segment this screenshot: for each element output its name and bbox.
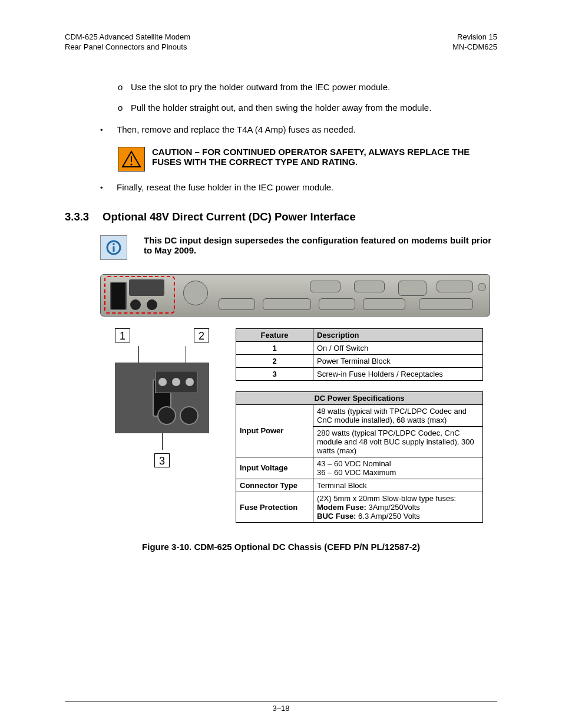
- desc-cell: Screw-in Fuse Holders / Receptacles: [313, 367, 483, 380]
- section-title: Optional 48V Direct Current (DC) Power I…: [103, 210, 356, 223]
- info-note-text: This DC input design supersedes the conf…: [144, 235, 497, 255]
- spec-value-cell: 48 watts (typical with TPC/LDPC Codec an…: [313, 404, 483, 426]
- table-row: Input Voltage 43 – 60 VDC Nominal 36 – 6…: [236, 457, 483, 479]
- bullet-list: • Then, remove and replace the T4A (4 Am…: [100, 124, 497, 136]
- leader-line: [186, 346, 186, 363]
- bullet-list: • Finally, reseat the fuse holder in the…: [100, 182, 497, 194]
- spec-value-cell: 280 watts (typical TPC/LDPC Codec, CnC m…: [313, 426, 483, 457]
- info-note-block: This DC input design supersedes the conf…: [100, 235, 497, 260]
- connector: [183, 281, 208, 305]
- svg-point-5: [113, 243, 115, 245]
- circle-bullet-marker: o: [118, 82, 131, 92]
- leader-line: [138, 346, 139, 363]
- figure-with-tables: 1 2 3: [100, 328, 497, 533]
- desc-cell: On / Off Switch: [313, 341, 483, 354]
- connector: [263, 298, 311, 310]
- page-footer: 3–18: [65, 701, 497, 713]
- table-row: 2 Power Terminal Block: [236, 354, 483, 367]
- connector: [398, 281, 427, 296]
- leader-line: [162, 433, 163, 450]
- connector: [319, 298, 355, 310]
- spec-value-cell: (2X) 5mm x 20mm Slow-blow type fuses: Mo…: [313, 492, 483, 522]
- header-product: CDM-625 Advanced Satellite Modem: [65, 32, 190, 42]
- spec-label-cell: Connector Type: [236, 479, 313, 492]
- figure-caption: Figure 3-10. CDM-625 Optional DC Chassis…: [65, 542, 497, 552]
- feature-cell: 2: [236, 354, 313, 367]
- header-docnum: MN-CDM625: [452, 42, 497, 52]
- caution-block: CAUTION – FOR CONTINUED OPERATOR SAFETY,…: [118, 147, 497, 172]
- fuse-holder: [157, 406, 176, 425]
- spec-value-cell: Terminal Block: [313, 479, 483, 492]
- callout-box-2: 2: [194, 328, 209, 342]
- fuse-holder: [180, 406, 199, 425]
- callout-box-3: 3: [154, 453, 170, 467]
- bullet-text: Finally, reseat the fuse holder in the I…: [117, 182, 333, 194]
- header-subtitle: Rear Panel Connectors and Pinouts: [65, 42, 190, 52]
- circle-bullet-marker: o: [118, 103, 131, 113]
- description-header: Description: [313, 328, 483, 341]
- feature-cell: 3: [236, 367, 313, 380]
- spec-value-cell: 43 – 60 VDC Nominal 36 – 60 VDC Maximum: [313, 457, 483, 479]
- spec-table: DC Power Specifications Input Power 48 w…: [236, 391, 483, 523]
- table-row: Connector Type Terminal Block: [236, 479, 483, 492]
- page-number: 3–18: [273, 704, 290, 713]
- section-heading: 3.3.3 Optional 48V Direct Current (DC) P…: [65, 210, 497, 223]
- connector: [310, 281, 340, 292]
- disc-bullet-marker: •: [100, 182, 117, 194]
- terminal-block: [155, 371, 197, 393]
- sub-bullet-list: o Use the slot to pry the holder outward…: [118, 82, 497, 113]
- connector: [354, 281, 385, 292]
- disc-bullet-marker: •: [100, 124, 117, 136]
- info-icon: [100, 235, 127, 260]
- bullet-text: Then, remove and replace the T4A (4 Amp)…: [117, 124, 356, 136]
- dc-power-module-photo: [115, 363, 209, 433]
- spec-title: DC Power Specifications: [236, 391, 483, 404]
- table-row: Input Power 48 watts (typical with TPC/L…: [236, 404, 483, 426]
- connector: [478, 283, 486, 291]
- connector: [419, 298, 473, 310]
- page-header: CDM-625 Advanced Satellite Modem Rear Pa…: [65, 32, 497, 52]
- feature-header: Feature: [236, 328, 313, 341]
- warning-icon: [118, 147, 145, 172]
- feature-cell: 1: [236, 341, 313, 354]
- spec-label-cell: Input Power: [236, 404, 313, 457]
- callout-box-1: 1: [115, 328, 130, 342]
- desc-cell: Power Terminal Block: [313, 354, 483, 367]
- connector: [437, 281, 473, 292]
- spec-label-cell: Fuse Protection: [236, 492, 313, 522]
- tables-column: Feature Description 1 On / Off Switch 2 …: [236, 328, 497, 533]
- svg-point-2: [130, 163, 132, 165]
- callout-diagram: 1 2 3: [100, 328, 224, 467]
- connector: [219, 298, 255, 310]
- caution-text: CAUTION – FOR CONTINUED OPERATOR SAFETY,…: [152, 147, 497, 167]
- on-off-switch: [110, 282, 127, 310]
- section-number: 3.3.3: [65, 210, 103, 223]
- table-row: 1 On / Off Switch: [236, 341, 483, 354]
- terminal-block: [129, 279, 164, 296]
- subbullet-text: Pull the holder straight out, and then s…: [131, 103, 431, 113]
- rear-panel-photo: [100, 274, 490, 317]
- feature-table: Feature Description 1 On / Off Switch 2 …: [236, 328, 483, 381]
- table-row: 3 Screw-in Fuse Holders / Receptacles: [236, 367, 483, 380]
- connector: [363, 298, 405, 310]
- header-revision: Revision 15: [452, 32, 497, 42]
- table-row: Fuse Protection (2X) 5mm x 20mm Slow-blo…: [236, 492, 483, 522]
- spec-label-cell: Input Voltage: [236, 457, 313, 479]
- subbullet-text: Use the slot to pry the holder outward f…: [131, 82, 390, 92]
- fuse-holders: [130, 299, 141, 310]
